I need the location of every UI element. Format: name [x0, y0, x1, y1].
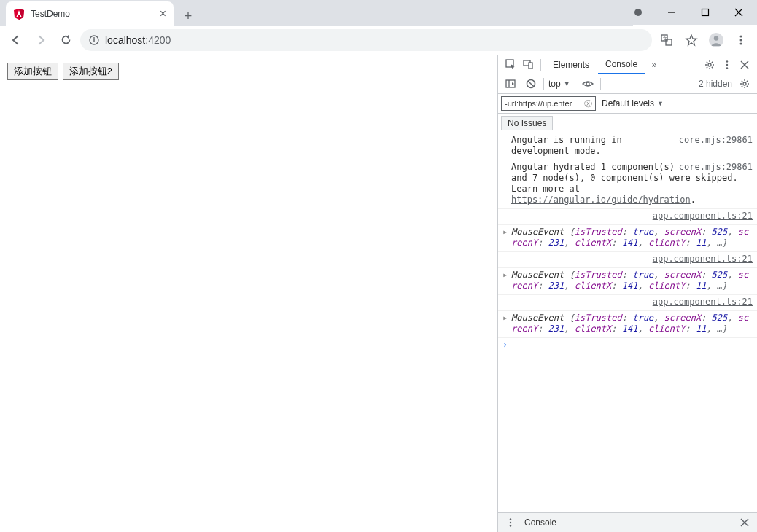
- devtools-drawer: Console: [498, 512, 757, 532]
- svg-text:文: 文: [663, 35, 667, 40]
- menu-kebab-icon[interactable]: [731, 30, 751, 50]
- tab-console[interactable]: Console: [598, 55, 645, 74]
- svg-point-22: [726, 60, 728, 62]
- svg-point-32: [586, 82, 589, 85]
- drawer-kebab-icon[interactable]: [502, 515, 519, 531]
- devtools-kebab-icon[interactable]: [719, 57, 735, 73]
- console-output: core.mjs:29861 Angular is running in dev…: [498, 133, 757, 512]
- minimize-button[interactable]: [655, 1, 688, 23]
- log-source-link[interactable]: app.component.ts:21: [653, 211, 753, 222]
- devtools-tabs: Elements Console »: [498, 55, 757, 74]
- expand-arrow-icon[interactable]: ▸: [502, 227, 508, 238]
- clear-console-icon[interactable]: [523, 76, 539, 92]
- log-entry-object[interactable]: ▸MouseEvent {isTrusted: true, screenX: 5…: [498, 311, 757, 338]
- log-entry-object[interactable]: ▸MouseEvent {isTrusted: true, screenX: 5…: [498, 268, 757, 295]
- log-entry-source-only: app.component.ts:21: [498, 295, 757, 311]
- inspect-element-icon[interactable]: [502, 57, 519, 73]
- add-button-2[interactable]: 添加按钮2: [63, 63, 119, 80]
- bookmark-star-icon[interactable]: [681, 30, 702, 50]
- tab-close-icon[interactable]: ×: [160, 7, 166, 20]
- tab-elements[interactable]: Elements: [546, 55, 597, 74]
- log-entry: core.mjs:29861 Angular hydrated 1 compon…: [498, 160, 757, 209]
- add-button-1[interactable]: 添加按钮: [7, 63, 58, 80]
- translate-icon[interactable]: 文: [656, 30, 677, 50]
- more-tabs-chevron-icon[interactable]: »: [646, 57, 662, 73]
- svg-point-14: [714, 36, 718, 40]
- console-filter-row: -url:https://up.enter ⓧ Default levels▼: [498, 94, 757, 114]
- devtools-panel: Elements Console » top▼ 2 hidden -url:ht…: [497, 55, 757, 532]
- svg-point-33: [743, 82, 746, 85]
- console-toolbar: top▼ 2 hidden: [498, 74, 757, 94]
- maximize-button[interactable]: [688, 1, 722, 23]
- svg-rect-3: [702, 9, 709, 16]
- svg-line-31: [528, 81, 534, 87]
- browser-tab[interactable]: TestDemo ×: [6, 1, 174, 26]
- svg-point-36: [510, 525, 511, 526]
- log-entry-source-only: app.component.ts:21: [498, 209, 757, 225]
- devtools-close-icon[interactable]: [737, 57, 753, 73]
- svg-point-34: [510, 518, 511, 520]
- drawer-tab-console[interactable]: Console: [524, 517, 556, 528]
- svg-point-23: [726, 63, 728, 65]
- back-button[interactable]: [6, 30, 26, 50]
- live-expression-eye-icon[interactable]: [580, 76, 596, 92]
- svg-marker-29: [512, 82, 514, 85]
- expand-arrow-icon[interactable]: ▸: [502, 270, 508, 281]
- log-source-link[interactable]: core.mjs:29861: [679, 162, 753, 173]
- reload-button[interactable]: [55, 30, 76, 50]
- tab-title: TestDemo: [31, 9, 154, 19]
- console-filter-input[interactable]: -url:https://up.enter ⓧ: [501, 96, 596, 111]
- svg-point-35: [510, 522, 511, 523]
- settings-gear-icon[interactable]: [702, 57, 718, 73]
- svg-point-16: [740, 39, 742, 41]
- clear-filter-icon[interactable]: ⓧ: [584, 98, 592, 109]
- context-selector[interactable]: top▼: [548, 79, 570, 89]
- page-content: 添加按钮 添加按钮2: [0, 55, 497, 532]
- console-settings-gear-icon[interactable]: [737, 76, 753, 92]
- svg-point-24: [726, 67, 728, 69]
- log-source-link[interactable]: app.component.ts:21: [653, 297, 753, 308]
- issues-row: No Issues: [498, 114, 757, 133]
- angular-favicon: [13, 8, 25, 20]
- svg-point-17: [740, 42, 742, 44]
- expand-arrow-icon[interactable]: ▸: [502, 313, 508, 324]
- log-entry: core.mjs:29861 Angular is running in dev…: [498, 133, 757, 160]
- tab-strip: TestDemo × +: [0, 0, 633, 26]
- device-toggle-icon[interactable]: [520, 57, 536, 73]
- svg-rect-20: [529, 63, 532, 69]
- log-levels-dropdown[interactable]: Default levels▼: [602, 98, 664, 109]
- console-prompt[interactable]: ›: [498, 338, 757, 352]
- filter-value: -url:https://up.enter: [505, 99, 572, 108]
- svg-point-15: [740, 35, 742, 37]
- console-sidebar-toggle-icon[interactable]: [502, 76, 519, 92]
- log-source-link[interactable]: core.mjs:29861: [679, 135, 753, 146]
- url-text: localhost:4200: [105, 34, 171, 46]
- browser-toolbar: localhost:4200 文: [0, 25, 757, 55]
- svg-point-9: [93, 37, 95, 39]
- close-window-button[interactable]: [722, 1, 756, 23]
- log-entry-source-only: app.component.ts:21: [498, 252, 757, 268]
- address-bar[interactable]: localhost:4200: [80, 29, 652, 51]
- profile-avatar-icon[interactable]: [706, 30, 726, 50]
- forward-button[interactable]: [31, 30, 51, 50]
- svg-point-21: [708, 63, 711, 66]
- log-source-link[interactable]: app.component.ts:21: [653, 254, 753, 265]
- new-tab-button[interactable]: +: [178, 6, 198, 26]
- no-issues-button[interactable]: No Issues: [501, 116, 553, 130]
- hidden-count[interactable]: 2 hidden: [699, 79, 732, 89]
- hydration-link[interactable]: https://angular.io/guide/hydration: [511, 195, 691, 205]
- log-entry-object[interactable]: ▸MouseEvent {isTrusted: true, screenX: 5…: [498, 225, 757, 252]
- drawer-close-icon[interactable]: [737, 515, 753, 531]
- site-info-icon[interactable]: [89, 35, 99, 45]
